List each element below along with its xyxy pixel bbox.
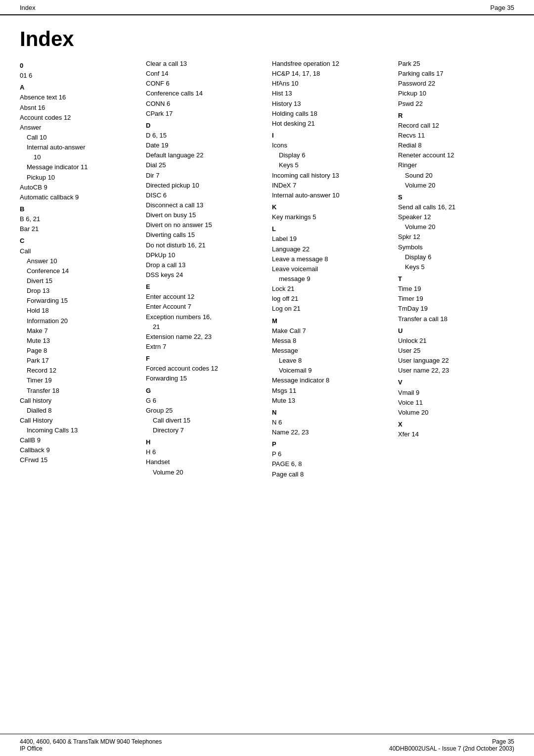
index-item: Hot desking 21 <box>272 119 388 129</box>
index-item: Timer 19 <box>398 294 514 304</box>
index-letter-G: G <box>146 386 262 396</box>
index-letter-L: L <box>272 224 388 234</box>
header-right: Page 35 <box>490 4 514 11</box>
index-item: CFrwd 15 <box>20 455 136 465</box>
header-left: Index <box>20 4 36 11</box>
index-item: Clear a call 13 <box>146 59 262 69</box>
index-item: Drop 13 <box>20 286 136 296</box>
index-item: Xfer 14 <box>398 429 514 439</box>
index-item: Recvs 11 <box>398 131 514 141</box>
index-item: Message <box>272 346 388 356</box>
index-item: Speaker 12 <box>398 212 514 222</box>
index-item: History 13 <box>272 99 388 109</box>
index-item: Diverting calls 15 <box>146 230 262 240</box>
index-letter-F: F <box>146 354 262 364</box>
index-item: message 9 <box>272 274 388 284</box>
index-item: Parking calls 17 <box>398 69 514 79</box>
index-item: H 6 <box>146 447 262 457</box>
index-item: 10 <box>20 152 136 162</box>
index-item: Volume 20 <box>398 181 514 190</box>
index-item: Handset <box>146 457 262 467</box>
index-item: D 6, 15 <box>146 131 262 141</box>
index-item: Timer 19 <box>20 376 136 385</box>
index-item: Log on 21 <box>272 304 388 314</box>
index-item: Directed pickup 10 <box>146 181 262 190</box>
index-item: Leave a message 8 <box>272 254 388 264</box>
index-item: Automatic callback 9 <box>20 192 136 202</box>
index-item: INDeX 7 <box>272 181 388 190</box>
index-item: Ringer <box>398 160 514 170</box>
page-content: Index 001 6AAbsence text 16Absnt 16Accou… <box>0 15 534 734</box>
index-item: Volume 20 <box>146 468 262 477</box>
footer-right-line2: 40DHB0002USAL - Issue 7 (2nd October 200… <box>389 745 514 752</box>
index-item: HfAns 10 <box>272 79 388 89</box>
index-item: Lock 21 <box>272 284 388 294</box>
index-item: Incoming call history 13 <box>272 171 388 181</box>
index-item: Name 22, 23 <box>272 427 388 437</box>
index-letter-E: E <box>146 282 262 292</box>
index-item: Directory 7 <box>146 425 262 435</box>
index-item: Default language 22 <box>146 150 262 160</box>
index-letter-R: R <box>398 111 514 121</box>
index-letter-N: N <box>272 408 388 418</box>
index-item: Absnt 16 <box>20 103 136 113</box>
index-item: Enter account 12 <box>146 292 262 302</box>
index-item: Transfer 18 <box>20 386 136 396</box>
index-item: Volume 20 <box>398 408 514 418</box>
index-item: AutoCB 9 <box>20 183 136 192</box>
index-item: 01 6 <box>20 71 136 81</box>
index-item: Divert on no answer 15 <box>146 220 262 230</box>
index-item: Extension name 22, 23 <box>146 332 262 342</box>
index-letter-A: A <box>20 83 136 93</box>
index-item: Page 8 <box>20 346 136 356</box>
index-item: Message indicator 11 <box>20 162 136 172</box>
index-item: Keys 5 <box>272 160 388 170</box>
index-item: Keys 5 <box>398 262 514 272</box>
index-item: Voice 11 <box>398 398 514 408</box>
footer-left: 4400, 4600, 6400 & TransTalk MDW 9040 Te… <box>20 738 162 752</box>
index-letter-X: X <box>398 420 514 429</box>
index-item: Do not disturb 16, 21 <box>146 240 262 250</box>
index-item: Incoming Calls 13 <box>20 425 136 435</box>
index-item: Display 6 <box>272 150 388 160</box>
index-item: Page call 8 <box>272 470 388 479</box>
index-item: HC&P 14, 17, 18 <box>272 69 388 79</box>
index-letter-C: C <box>20 236 136 246</box>
index-item: Call divert 15 <box>146 416 262 425</box>
index-item: Symbols <box>398 242 514 252</box>
index-item: Bar 21 <box>20 224 136 234</box>
index-item: Make Call 7 <box>272 326 388 336</box>
index-item: CONF 6 <box>146 79 262 89</box>
index-letter-K: K <box>272 202 388 212</box>
index-item: Mute 13 <box>272 396 388 406</box>
index-item: Hold 18 <box>20 306 136 316</box>
index-item: Transfer a call 18 <box>398 314 514 324</box>
index-item: Divert 15 <box>20 276 136 286</box>
index-item: DSS keys 24 <box>146 270 262 280</box>
index-item: Drop a call 13 <box>146 260 262 270</box>
index-item: Account codes 12 <box>20 113 136 123</box>
index-letter-H: H <box>146 437 262 447</box>
footer-right: Page 35 40DHB0002USAL - Issue 7 (2nd Oct… <box>389 738 514 752</box>
index-item: PAGE 6, 8 <box>272 459 388 469</box>
index-item: Pswd 22 <box>398 99 514 109</box>
index-letter-I: I <box>272 131 388 141</box>
index-item: User name 22, 23 <box>398 366 514 376</box>
index-item: User 25 <box>398 346 514 356</box>
index-col-0: 001 6AAbsence text 16Absnt 16Account cod… <box>20 59 136 479</box>
index-item: Sound 20 <box>398 171 514 181</box>
index-item: Hist 13 <box>272 89 388 98</box>
index-item: 21 <box>146 322 262 332</box>
index-item: Label 19 <box>272 234 388 244</box>
page-footer: 4400, 4600, 6400 & TransTalk MDW 9040 Te… <box>0 734 534 756</box>
index-item: Key markings 5 <box>272 212 388 222</box>
index-item: DISC 6 <box>146 190 262 200</box>
index-item: Message indicator 8 <box>272 376 388 385</box>
index-item: Call history <box>20 396 136 406</box>
index-item: Icons <box>272 141 388 150</box>
index-item: Redial 8 <box>398 141 514 150</box>
index-col-2: Handsfree operation 12HC&P 14, 17, 18HfA… <box>272 59 388 479</box>
footer-left-line1: 4400, 4600, 6400 & TransTalk MDW 9040 Te… <box>20 738 162 745</box>
index-item: Pickup 10 <box>398 89 514 98</box>
index-letter-B: B <box>20 204 136 214</box>
